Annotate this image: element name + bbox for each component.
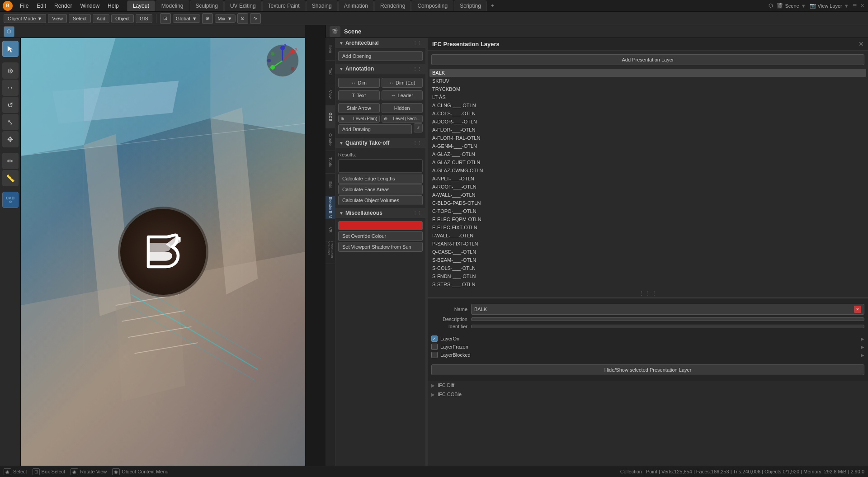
tab-scripting[interactable]: Scripting: [454, 0, 487, 11]
calc-face-btn[interactable]: Calculate Face Areas: [338, 184, 423, 194]
layer-item-a-glaz-curt[interactable]: A-GLAZ-CURT-OTLN: [429, 158, 866, 166]
object-icon[interactable]: ⬡: [4, 26, 14, 37]
color-swatch[interactable]: [338, 221, 423, 230]
layer-on-checkbox[interactable]: [431, 335, 438, 342]
layer-item-p-sanr[interactable]: P-SANR-FIXT-OTLN: [429, 240, 866, 248]
layer-item-q-case[interactable]: Q-CASE-___-OTLN: [429, 248, 866, 256]
mode-selector[interactable]: Object Mode ▼: [4, 14, 46, 23]
layer-item-a-flor-hral[interactable]: A-FLOR-HRAL-OTLN: [429, 134, 866, 142]
tool-select[interactable]: [2, 41, 19, 57]
tab-tools[interactable]: Tools: [326, 151, 335, 174]
layer-item-e-elec-eqpm[interactable]: E-ELEC-EQPM-OTLN: [429, 215, 866, 223]
proportional-btn[interactable]: ⊙: [237, 13, 248, 24]
add-drawing-refresh[interactable]: ↺: [414, 123, 423, 132]
cad-tool[interactable]: CAD ⚙: [2, 192, 19, 208]
layer-item-a-glaz-cwmg[interactable]: A-GLAZ-CWMG-OTLN: [429, 166, 866, 175]
tab-animation[interactable]: Animation: [338, 0, 374, 11]
layer-item-i-wall[interactable]: I-WALL-___-OTLN: [429, 231, 866, 240]
calc-edge-btn[interactable]: Calculate Edge Lengths: [338, 174, 423, 184]
hide-show-layer-btn[interactable]: Hide/Show selected Presentation Layer: [431, 364, 864, 375]
add-presentation-layer-btn[interactable]: Add Presentation Layer: [431, 54, 864, 65]
view-layer-section[interactable]: 📷 View Layer ▼: [810, 3, 849, 9]
set-viewport-shadow-btn[interactable]: Set Viewport Shadow from Sun: [338, 242, 423, 252]
menu-window[interactable]: Window: [76, 1, 103, 10]
tab-item[interactable]: Item: [326, 38, 335, 61]
tab-tool[interactable]: Tool: [326, 61, 335, 83]
viewport[interactable]: X Y Z: [21, 38, 305, 466]
calc-volume-btn[interactable]: Calculate Object Volumes: [338, 195, 423, 205]
text-btn[interactable]: T Text: [338, 90, 380, 100]
tab-shading[interactable]: Shading: [306, 0, 338, 11]
layer-frozen-checkbox[interactable]: [431, 344, 438, 350]
level-plan-select[interactable]: ⊕ Level (Plan): [338, 115, 380, 123]
tab-texture-paint[interactable]: Texture Paint: [262, 0, 306, 11]
layer-item-c-topo[interactable]: C-TOPO-___-OTLN: [429, 207, 866, 215]
tool-transform[interactable]: ✥: [2, 131, 19, 147]
menu-edit[interactable]: Edit: [33, 1, 50, 10]
stair-arrow-btn[interactable]: Stair Arrow: [338, 103, 380, 113]
gis-btn[interactable]: GIS: [136, 14, 152, 23]
layer-blocked-checkbox[interactable]: [431, 352, 438, 358]
layer-item-s-beam[interactable]: S-BEAM-___-OTLN: [429, 256, 866, 264]
layer-item-a-wall[interactable]: A-WALL-___-OTLN: [429, 191, 866, 199]
tab-rendering[interactable]: Rendering: [374, 0, 411, 11]
ifc-layers-close[interactable]: ✕: [859, 41, 863, 47]
options-toggle[interactable]: ⊡: [160, 13, 171, 24]
dim-eq-btn[interactable]: ↔ Dim (Eq): [382, 78, 423, 88]
pivot-select[interactable]: Global ▼: [173, 14, 200, 23]
architectural-section-header[interactable]: ▼ Architectural ⋮⋮: [335, 38, 425, 48]
layer-item-tryckbom[interactable]: TRYCKBOM: [429, 85, 866, 93]
tab-gcb[interactable]: GCB: [326, 106, 335, 128]
resize-handle-dots[interactable]: ⋮⋮⋮: [428, 288, 868, 298]
menu-help[interactable]: Help: [104, 1, 123, 10]
tab-view[interactable]: View: [326, 83, 335, 106]
level-section-select[interactable]: ⊕ Level (Secti...: [382, 115, 423, 123]
add-drawing-btn[interactable]: Add Drawing: [338, 124, 412, 134]
layer-item-a-door[interactable]: A-DOOR-___-OTLN: [429, 118, 866, 126]
add-btn[interactable]: Add: [93, 14, 110, 23]
set-override-btn[interactable]: Set Override Colour: [338, 231, 423, 241]
hidden-btn[interactable]: Hidden: [382, 103, 423, 113]
layer-item-a-nplt[interactable]: A-NPLT-___-OTLN: [429, 175, 866, 183]
tab-point-cloud[interactable]: Point Cloud Visualizer: [326, 241, 335, 264]
layer-item-a-glaz[interactable]: A-GLAZ-___-OTLN: [429, 150, 866, 158]
tab-compositing[interactable]: Compositing: [411, 0, 453, 11]
proportional-mode[interactable]: ∿: [250, 13, 261, 24]
name-clear-btn[interactable]: ✕: [854, 306, 861, 313]
blender-logo[interactable]: B: [3, 1, 13, 11]
tool-annotate[interactable]: ✏: [2, 153, 19, 169]
annotation-section-header[interactable]: ▼ Annotation ⋮⋮: [335, 64, 425, 74]
tab-blenderbim[interactable]: BlenderBIM: [326, 196, 335, 219]
tab-uv-editing[interactable]: UV Editing: [224, 0, 262, 11]
object-btn[interactable]: Object: [111, 14, 134, 23]
tab-modeling[interactable]: Modeling: [156, 0, 189, 11]
layer-item-s-fndn[interactable]: S-FNDN-___-OTLN: [429, 272, 866, 280]
layer-item-a-genm[interactable]: A-GENM-___-OTLN: [429, 142, 866, 150]
dim-btn[interactable]: ↔ Dim: [338, 78, 380, 88]
proportional-select[interactable]: Mix ▼: [215, 14, 236, 23]
misc-section-header[interactable]: ▼ Miscellaneous ⋮⋮: [335, 208, 425, 218]
add-opening-btn[interactable]: Add Opening: [338, 51, 423, 61]
layer-item-skruv[interactable]: SKRUV: [429, 77, 866, 85]
tool-cursor[interactable]: ⊕: [2, 62, 19, 79]
layer-item-s-cols[interactable]: S-COLS-___-OTLN: [429, 264, 866, 272]
layer-item-s-strs[interactable]: S-STRS-___-OTLN: [429, 280, 866, 288]
ifc-cobie-section[interactable]: ▶ IFC COBie: [428, 390, 868, 399]
layer-item-a-roof[interactable]: A-ROOF-___-OTLN: [429, 183, 866, 191]
tool-scale[interactable]: ⤡: [2, 114, 19, 130]
tool-move[interactable]: ↔: [2, 80, 19, 96]
quantity-section-header[interactable]: ▼ Quantity Take-off ⋮⋮: [335, 138, 425, 148]
scene-icon-header[interactable]: 🎬: [330, 26, 340, 37]
layer-item-balk[interactable]: BALK: [429, 69, 866, 77]
tab-layout[interactable]: Layout: [127, 0, 155, 11]
layer-item-a-clng[interactable]: A-CLNG-___-OTLN: [429, 101, 866, 109]
view-btn[interactable]: View: [48, 14, 67, 23]
tab-vr[interactable]: VR: [326, 219, 335, 241]
name-input[interactable]: BALK ✕: [471, 304, 864, 315]
menu-file[interactable]: File: [16, 1, 32, 10]
tab-add[interactable]: +: [487, 1, 498, 11]
leader-btn[interactable]: ↔ Leader: [382, 90, 423, 100]
layer-item-e-elec-fixt[interactable]: E-ELEC-FIXT-OTLN: [429, 223, 866, 231]
layer-item-c-bldg[interactable]: C-BLDG-PADS-OTLN: [429, 199, 866, 207]
description-input[interactable]: [471, 317, 864, 321]
